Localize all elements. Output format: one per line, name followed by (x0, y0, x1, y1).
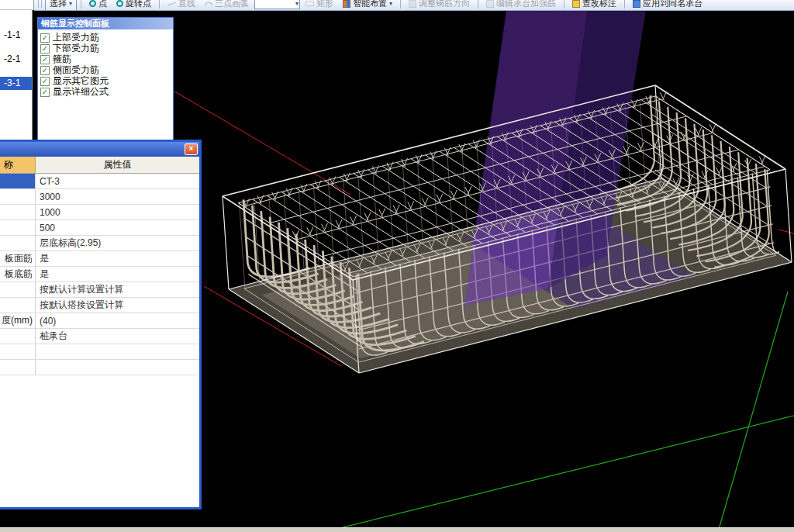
rebar-panel-title[interactable]: 钢筋显示控制面板 (38, 18, 173, 29)
toolbar-button-label: 查改标注 (582, 0, 616, 9)
toolbar-button-13: 编辑承台加强筋 (482, 0, 560, 10)
checkbox-icon[interactable]: ✓ (40, 55, 50, 64)
toolbar-button-0[interactable]: 选择▾ (45, 0, 77, 11)
arc-icon (205, 2, 212, 5)
toolbar-button-2[interactable]: 点 (85, 0, 111, 10)
tree-item[interactable]: -3-1 (0, 77, 32, 90)
property-value[interactable] (36, 360, 199, 375)
property-name (0, 205, 36, 219)
toolbar-button-label: 矩形 (316, 0, 333, 9)
toolbar-button-6: 三点画弧 (201, 0, 253, 10)
properties-header: 称 属性值 (0, 157, 199, 174)
toolbar-button-3[interactable]: 旋转点 (112, 0, 155, 10)
checkbox-icon[interactable]: ✓ (40, 66, 50, 75)
property-name (0, 298, 36, 313)
rotate-point-icon (116, 0, 123, 7)
header-value-col: 属性值 (36, 157, 199, 173)
checkbox-icon[interactable]: ✓ (40, 44, 50, 54)
checkbox-icon[interactable]: ✓ (40, 77, 50, 86)
property-row: 按默认计算设置计算 (0, 282, 199, 298)
toolbar-button-17[interactable]: 应用到同名承台 (629, 0, 706, 10)
property-name (0, 360, 36, 375)
toolbar-button-label: 应用到同名承台 (643, 0, 703, 9)
checkbox-icon[interactable]: ✓ (40, 88, 50, 97)
property-value[interactable]: 按默认搭接设置计算 (36, 298, 199, 313)
toolbar-grip[interactable] (38, 0, 42, 8)
property-value[interactable]: 是 (36, 267, 199, 282)
edit-icon (486, 0, 494, 8)
property-name: 度(mm) (0, 313, 36, 328)
toolbar-button-label: 旋转点 (126, 0, 151, 9)
property-name (0, 174, 36, 188)
adjust-icon (409, 0, 416, 8)
status-bar (0, 527, 794, 532)
point-icon (89, 0, 96, 7)
toolbar-separator (400, 0, 401, 9)
property-value[interactable]: 按默认计算设置计算 (36, 282, 199, 297)
property-row: 度(mm)(40) (0, 313, 199, 329)
toolbar-button-label: 选择 (50, 0, 67, 9)
property-value[interactable]: 1000 (36, 205, 199, 219)
toolbar-separator (564, 0, 564, 9)
smart-icon (343, 0, 350, 8)
toolbar-button-label: 调整钢筋方向 (419, 0, 470, 9)
property-row: 按默认搭接设置计算 (0, 298, 199, 313)
property-name (0, 282, 36, 297)
property-row (0, 344, 199, 360)
property-name: 板面筋 (0, 251, 36, 266)
tree-item[interactable]: -2-1 (0, 53, 32, 66)
property-value[interactable]: (40) (36, 313, 199, 328)
chevron-down-icon: ▾ (389, 0, 392, 7)
properties-panel: × 称 属性值 CT-330001000500层底标高(2.95)板面筋是板底筋… (0, 140, 202, 510)
property-row: 500 (0, 220, 199, 236)
toolbar-separator (81, 0, 81, 9)
property-value[interactable]: CT-3 (36, 174, 199, 188)
property-value[interactable]: 500 (36, 220, 199, 235)
property-name: 板底筋 (0, 267, 36, 282)
tree-item[interactable]: -1-1 (0, 29, 32, 42)
property-name (0, 220, 36, 235)
element-tree: -1-1-2-1-3-1 (0, 10, 33, 140)
toolbar-button-9[interactable]: 智能布置▾ (339, 0, 396, 10)
rect-icon (306, 1, 314, 6)
toolbar-items: 选择▾点旋转点直线三点画弧▾矩形智能布置▾调整钢筋方向编辑承台加强筋查改标注应用… (45, 0, 706, 11)
apply-icon (633, 0, 640, 8)
display-option[interactable]: ✓显示详细公式 (40, 87, 171, 97)
toolbar-button-label: 直线 (178, 0, 195, 9)
property-value[interactable]: 桩承台 (36, 329, 199, 344)
property-value[interactable]: 层底标高(2.95) (36, 236, 199, 250)
header-name-col: 称 (0, 157, 36, 173)
property-name (0, 329, 36, 344)
toolbar-combo[interactable]: ▾ (254, 0, 300, 9)
property-value[interactable] (36, 344, 199, 359)
property-row: 3000 (0, 189, 199, 205)
checkbox-icon[interactable]: ✓ (40, 33, 50, 43)
toolbar-button-label: 智能布置 (353, 0, 387, 9)
property-value[interactable]: 3000 (36, 189, 199, 204)
toolbar-separator (159, 0, 160, 9)
app-window: 选择▾点旋转点直线三点画弧▾矩形智能布置▾调整钢筋方向编辑承台加强筋查改标注应用… (0, 0, 794, 532)
toolbar-button-label: 点 (98, 0, 107, 9)
toolbar-button-11: 调整钢筋方向 (405, 0, 474, 10)
rebar-panel-options: ✓上部受力筋✓下部受力筋✓箍筋✓侧面受力筋✓显示其它图元✓显示详细公式 (38, 29, 173, 147)
property-row: 1000 (0, 205, 199, 220)
toolbar-button-label: 三点画弧 (215, 0, 249, 9)
close-icon[interactable]: × (185, 143, 198, 155)
toolbar: 选择▾点旋转点直线三点画弧▾矩形智能布置▾调整钢筋方向编辑承台加强筋查改标注应用… (34, 0, 794, 11)
property-row: 桩承台 (0, 329, 199, 344)
properties-rows: CT-330001000500层底标高(2.95)板面筋是板底筋是按默认计算设置… (0, 174, 199, 375)
toolbar-button-15[interactable]: 查改标注 (568, 0, 620, 10)
chevron-down-icon: ▾ (295, 0, 299, 7)
property-row: 层底标高(2.95) (0, 236, 199, 251)
line-icon (167, 2, 176, 6)
properties-panel-titlebar[interactable]: × (0, 142, 199, 157)
toolbar-separator (478, 0, 478, 9)
property-row: 板面筋是 (0, 251, 199, 267)
chevron-down-icon: ▾ (69, 0, 72, 7)
tag-icon (572, 0, 580, 8)
property-row: 板底筋是 (0, 267, 199, 282)
toolbar-button-5: 直线 (164, 0, 199, 10)
display-option-label: 显示详细公式 (53, 85, 109, 98)
property-value[interactable]: 是 (36, 251, 199, 266)
rebar-display-panel: 钢筋显示控制面板 ✓上部受力筋✓下部受力筋✓箍筋✓侧面受力筋✓显示其它图元✓显示… (37, 17, 174, 147)
